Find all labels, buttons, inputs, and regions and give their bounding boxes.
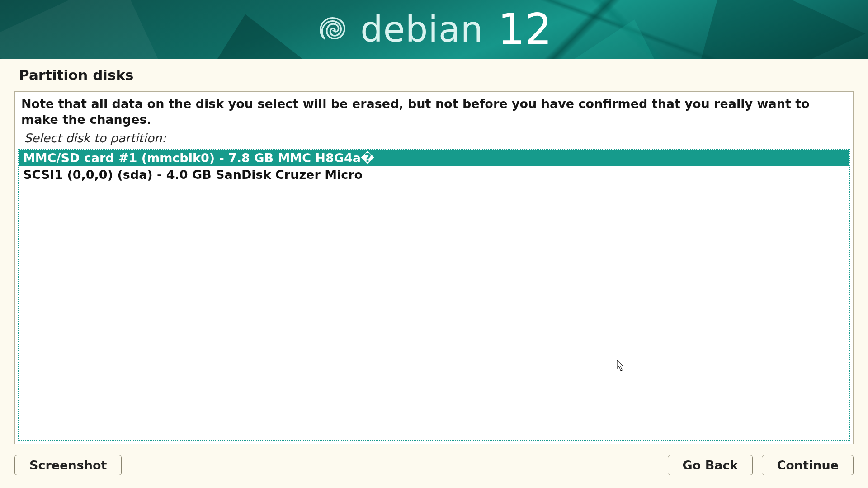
- brand-name: debian: [360, 12, 483, 47]
- brand-version: 12: [498, 8, 552, 51]
- disk-option[interactable]: MMC/SD card #1 (mmcblk0) - 7.8 GB MMC H8…: [19, 150, 849, 166]
- brand: debian 12: [316, 8, 552, 51]
- disk-listbox[interactable]: MMC/SD card #1 (mmcblk0) - 7.8 GB MMC H8…: [18, 149, 850, 441]
- debian-swirl-icon: [316, 14, 348, 45]
- select-disk-prompt: Select disk to partition:: [18, 128, 850, 149]
- partition-panel: Note that all data on the disk you selec…: [14, 91, 854, 444]
- button-bar: Screenshot Go Back Continue: [0, 444, 868, 488]
- screenshot-button[interactable]: Screenshot: [14, 455, 122, 475]
- continue-button[interactable]: Continue: [762, 455, 854, 475]
- page-title: Partition disks: [19, 67, 854, 83]
- disk-option[interactable]: SCSI1 (0,0,0) (sda) - 4.0 GB SanDisk Cru…: [19, 166, 849, 183]
- go-back-button[interactable]: Go Back: [668, 455, 753, 475]
- main-content: Partition disks Note that all data on th…: [0, 59, 868, 444]
- header-banner: debian 12: [0, 0, 868, 59]
- warning-note: Note that all data on the disk you selec…: [18, 94, 850, 128]
